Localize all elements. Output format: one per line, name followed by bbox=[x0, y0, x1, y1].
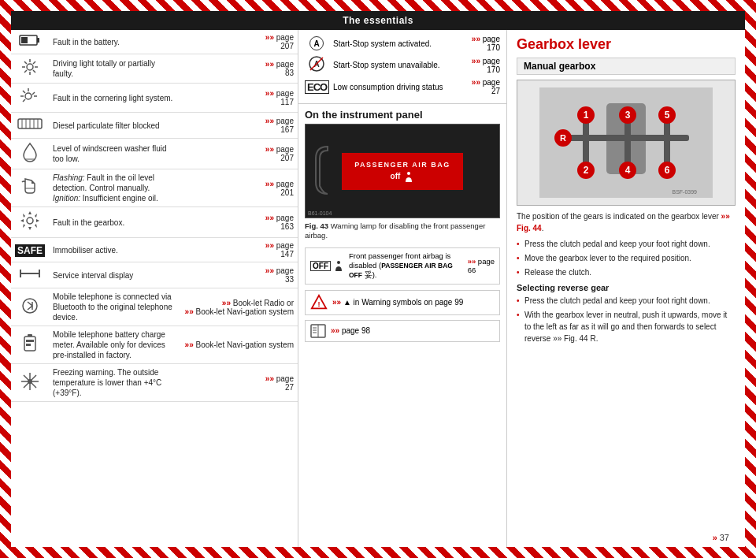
right-column: Gearbox lever Manual gearbox bbox=[507, 30, 745, 547]
washer-page: »» page207 bbox=[181, 139, 298, 169]
bluetooth-phone-desc: Mobile telephone is connected via Blueto… bbox=[49, 288, 181, 326]
safe-icon-cell: SAFE bbox=[11, 238, 49, 262]
instrument-panel-image: PASSENGER AIR BAG off B61-0104 bbox=[305, 124, 500, 218]
cornering-light-page: »» page117 bbox=[181, 84, 298, 113]
table-row: Flashing: Fault in the oil level detecti… bbox=[11, 169, 298, 207]
warning-table: Fault in the battery. »» page207 bbox=[11, 30, 298, 402]
svg-text:!: ! bbox=[317, 299, 320, 307]
table-row: Mobile telephone battery charge meter. A… bbox=[11, 326, 298, 364]
svg-line-8 bbox=[24, 61, 27, 64]
off-symbol: OFF bbox=[310, 260, 344, 271]
airbag-info-page: »» page66 bbox=[468, 257, 495, 274]
battery-fault-page: »» page207 bbox=[181, 30, 298, 54]
table-row: SAFE Immobiliser active. »» page147 bbox=[11, 238, 298, 262]
svg-point-40 bbox=[28, 379, 32, 384]
middle-column: A Start-Stop system activated. »» page17… bbox=[298, 30, 507, 547]
filter-icon-cell bbox=[11, 113, 49, 139]
steering-wheel-hint bbox=[312, 143, 343, 198]
cornering-light-icon-cell bbox=[11, 84, 49, 113]
page-number: 37 bbox=[720, 533, 729, 542]
manual-gearbox-subtitle: Manual gearbox bbox=[517, 58, 736, 75]
battery-meter-icon bbox=[21, 333, 39, 354]
svg-text:5: 5 bbox=[665, 110, 670, 121]
svg-point-31 bbox=[23, 299, 37, 313]
freeze-desc: Freezing warning. The outside temperatur… bbox=[49, 364, 181, 402]
oil-icon-cell bbox=[11, 169, 49, 207]
warning-note: ! »» ▲ in Warning symbols on page 99 bbox=[305, 290, 500, 315]
svg-line-9 bbox=[33, 70, 35, 73]
freeze-icon bbox=[20, 371, 40, 392]
service-interval-icon-cell bbox=[11, 262, 49, 288]
page-link-row: »» page 98 bbox=[305, 320, 500, 342]
left-column: Fault in the battery. »» page207 bbox=[11, 30, 298, 547]
battery-icon bbox=[19, 33, 41, 47]
main-container: The essentials Fault i bbox=[11, 11, 745, 547]
cornering-light-icon bbox=[19, 87, 41, 106]
symbol-row-start-stop-off: A Start-Stop system unavailable. »» page… bbox=[305, 55, 500, 75]
header-bar: The essentials bbox=[11, 11, 745, 30]
table-row: Freezing warning. The outside temperatur… bbox=[11, 364, 298, 402]
filter-desc: Diesel particulate filter blocked bbox=[49, 113, 181, 139]
person-icon bbox=[403, 171, 414, 182]
svg-line-16 bbox=[23, 99, 25, 102]
svg-text:R: R bbox=[560, 133, 566, 143]
image-id: B61-0104 bbox=[308, 210, 332, 216]
diesel-filter-icon bbox=[17, 116, 43, 132]
table-row: Diesel particulate filter blocked »» pag… bbox=[11, 113, 298, 139]
gear-shift-pattern-svg: 1 2 3 4 5 bbox=[539, 87, 713, 198]
start-stop-on-desc: Start-Stop system activated. bbox=[333, 39, 467, 49]
svg-rect-2 bbox=[21, 37, 28, 43]
driving-light-page: »» page83 bbox=[181, 54, 298, 84]
person-off-icon bbox=[333, 260, 344, 271]
filter-page: »» page167 bbox=[181, 113, 298, 139]
battery-meter-icon-cell bbox=[11, 326, 49, 364]
bullet-reverse-clutch: Press the clutch pedal and keep your foo… bbox=[517, 295, 736, 307]
start-stop-unavailable-icon: A bbox=[308, 55, 325, 73]
table-row: Service interval display »» page33 bbox=[11, 262, 298, 288]
bullet-clutch: Press the clutch pedal and keep your foo… bbox=[517, 238, 736, 250]
panel-section-title: On the instrument panel bbox=[298, 104, 506, 124]
svg-point-44 bbox=[407, 172, 410, 175]
content-area: Fault in the battery. »» page207 bbox=[11, 30, 745, 547]
washer-icon-cell bbox=[11, 139, 49, 169]
immobiliser-desc: Immobiliser active. bbox=[49, 238, 181, 262]
svg-point-3 bbox=[27, 64, 33, 70]
reverse-gear-title: Selecting reverse gear bbox=[517, 283, 736, 292]
fig43-caption: Fig. 43 Warning lamp for disabling the f… bbox=[298, 218, 506, 244]
table-row: Fault in the gearbox. »» page163 bbox=[11, 207, 298, 238]
svg-text:4: 4 bbox=[625, 165, 631, 176]
svg-rect-35 bbox=[26, 344, 31, 346]
warning-note-text: »» ▲ in Warning symbols on page 99 bbox=[332, 298, 463, 307]
table-row: Fault in the cornering light system. »» … bbox=[11, 84, 298, 113]
gear-fault-desc: Fault in the gearbox. bbox=[49, 207, 181, 238]
washer-desc: Level of windscreen washer fluid too low… bbox=[49, 139, 181, 169]
gearbox-body-text: The position of the gears is indicated o… bbox=[517, 210, 736, 234]
symbol-row-eco: ECO Low consumption driving status »» pa… bbox=[305, 78, 500, 95]
airbag-label: PASSENGER AIR BAG bbox=[354, 161, 450, 169]
svg-text:BSF-0399: BSF-0399 bbox=[672, 189, 697, 195]
bluetooth-icon-cell bbox=[11, 288, 49, 326]
svg-point-12 bbox=[25, 93, 32, 99]
eco-desc: Low consumption driving status bbox=[333, 82, 467, 92]
service-interval-desc: Service interval display bbox=[49, 262, 181, 288]
airbag-info-box: OFF Front passenger front airbag is disa… bbox=[305, 247, 500, 285]
svg-text:2: 2 bbox=[584, 165, 589, 176]
freeze-icon-cell bbox=[11, 364, 49, 402]
svg-point-27 bbox=[27, 218, 33, 224]
bullet-release: Release the clutch. bbox=[517, 266, 736, 278]
svg-line-18 bbox=[32, 92, 35, 95]
eco-icon: ECO bbox=[305, 80, 328, 93]
gear-fault-page: »» page163 bbox=[181, 207, 298, 238]
battery-meter-page: »» Book-let Navi-gation system bbox=[181, 326, 298, 364]
start-stop-off-desc: Start-Stop system unavailable. bbox=[333, 60, 467, 70]
bullet-reverse-lever: With the gearbox lever in neutral, push … bbox=[517, 309, 736, 344]
gear-fault-icon bbox=[20, 210, 40, 231]
gear-fault-icon-cell bbox=[11, 207, 49, 238]
off-indicator: off bbox=[354, 171, 450, 182]
battery-icon-cell bbox=[11, 30, 49, 54]
airbag-info-text: Front passenger front airbag is disabled… bbox=[349, 251, 463, 281]
start-stop-off-page: »» page170 bbox=[472, 57, 500, 74]
oil-page: »» page201 bbox=[181, 169, 298, 207]
start-stop-on-page: »» page170 bbox=[472, 35, 500, 52]
bluetooth-icon bbox=[21, 296, 39, 316]
